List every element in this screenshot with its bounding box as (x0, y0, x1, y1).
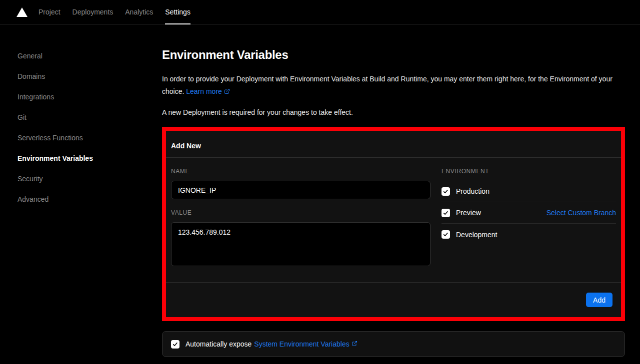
sidebar-item-environment-variables[interactable]: Environment Variables (18, 154, 162, 162)
add-button[interactable]: Add (586, 293, 612, 307)
value-label: VALUE (171, 209, 430, 216)
value-textarea[interactable]: 123.456.789.012 (171, 222, 430, 266)
main-content: Environment Variables In order to provid… (162, 24, 625, 364)
sidebar-item-domains[interactable]: Domains (18, 72, 162, 80)
tab-analytics[interactable]: Analytics (119, 0, 159, 24)
auto-expose-text: Automatically expose (186, 340, 252, 348)
sidebar-item-serverless-functions[interactable]: Serverless Functions (18, 134, 162, 142)
add-new-card: Add New NAME VALUE 123.456.789.012 ENVIR… (166, 131, 621, 317)
select-custom-branch-link[interactable]: Select Custom Branch (546, 209, 616, 217)
external-link-icon (224, 86, 230, 98)
system-env-vars-link[interactable]: System Environment Variables (254, 340, 349, 348)
production-label: Production (456, 187, 490, 195)
auto-expose-checkbox-checked[interactable] (171, 340, 180, 349)
learn-more-link[interactable]: Learn more (186, 87, 222, 95)
sidebar-item-git[interactable]: Git (18, 113, 162, 121)
name-input[interactable] (171, 181, 430, 199)
auto-expose-card: Automatically expose System Environment … (162, 331, 625, 357)
sidebar-item-security[interactable]: Security (18, 175, 162, 183)
top-navigation: Project Deployments Analytics Settings (0, 0, 640, 24)
development-checkbox-checked[interactable] (442, 230, 450, 239)
sidebar-item-advanced[interactable]: Advanced (18, 195, 162, 203)
external-link-icon (352, 340, 358, 348)
page-description: In order to provide your Deployment with… (162, 73, 625, 98)
name-label: NAME (171, 168, 430, 175)
preview-label: Preview (456, 209, 481, 217)
preview-checkbox-checked[interactable] (442, 209, 450, 217)
development-label: Development (456, 231, 498, 239)
tab-settings[interactable]: Settings (159, 0, 196, 24)
card-title: Add New (166, 131, 621, 157)
tab-deployments[interactable]: Deployments (66, 0, 120, 24)
tab-project[interactable]: Project (32, 0, 66, 24)
vercel-logo-icon[interactable] (16, 7, 28, 17)
env-row-development: Development (442, 224, 616, 245)
env-row-production: Production (442, 181, 616, 202)
annotation-highlight-box: Add New NAME VALUE 123.456.789.012 ENVIR… (162, 127, 625, 321)
sidebar-item-integrations[interactable]: Integrations (18, 93, 162, 101)
deployment-required-note: A new Deployment is required for your ch… (162, 107, 625, 117)
sidebar-item-general[interactable]: General (18, 52, 162, 60)
production-checkbox-checked[interactable] (442, 187, 450, 196)
settings-sidebar: General Domains Integrations Git Serverl… (0, 24, 162, 364)
page-title: Environment Variables (162, 48, 625, 62)
env-row-preview: Preview Select Custom Branch (442, 202, 616, 224)
environment-label: ENVIRONMENT (442, 168, 616, 175)
card-footer: Add (166, 282, 621, 317)
